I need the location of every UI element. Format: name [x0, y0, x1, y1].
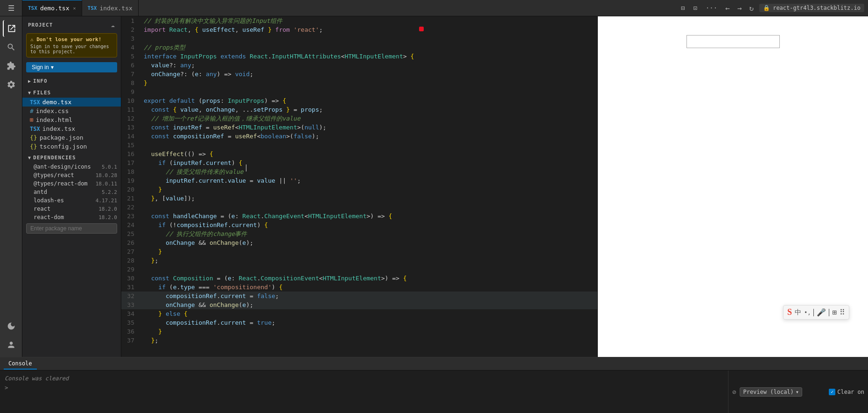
ime-s-icon: S — [787, 307, 792, 317]
warning-title: ⚠ Don't lose your work! — [30, 36, 113, 43]
dep-version: 18.2.0 — [98, 206, 117, 212]
code-line: 19 inputRef.current.value = value || ''; — [121, 176, 597, 185]
console-tab[interactable]: Console — [4, 358, 37, 370]
info-section-title[interactable]: ▶ INFO — [22, 74, 121, 86]
dep-name: antd — [34, 189, 47, 195]
ime-toolbar: S 中 •, 🎤 ⊞ ⠿ — [783, 305, 849, 320]
top-bar: ☰ TSX demo.tsx ✕ TSX index.tsx ⊟ ⊡ ··· ←… — [0, 0, 868, 16]
search-icon[interactable] — [3, 39, 20, 56]
code-line: 23 const handleChange = (e: React.Change… — [121, 212, 597, 221]
console-body: Console was cleared > ⊘ Preview (local) … — [0, 370, 868, 413]
warning-box: ⚠ Don't lose your work! Sign in to save … — [26, 33, 117, 57]
file-item-index-html[interactable]: ⊞ index.html — [22, 115, 121, 124]
file-item-index-css[interactable]: # index.css — [22, 107, 121, 115]
code-line: 30 const Composition = (e: React.Composi… — [121, 274, 597, 283]
code-line: 35 compositionRef.current = true; — [121, 318, 597, 327]
dep-types-react-dom[interactable]: @types/react-dom 18.0.11 — [22, 179, 121, 188]
sign-in-button[interactable]: Sign in ▾ — [26, 62, 117, 72]
file-name-tsconfig: tsconfig.json — [40, 143, 87, 150]
code-line: 24 if (!compositionRef.current) { — [121, 221, 597, 229]
code-line: 8 } — [121, 78, 597, 87]
dep-version: 5.0.1 — [102, 164, 117, 170]
tab-index-tsx[interactable]: TSX index.tsx — [82, 0, 139, 16]
preview-label: Preview (local) — [743, 389, 793, 395]
nav-back-button[interactable]: ← — [723, 3, 732, 14]
dep-name: react — [34, 206, 50, 212]
sidebar-header: PROJECT ☁ — [22, 16, 121, 30]
account-icon[interactable] — [3, 336, 20, 353]
files-chevron: ▼ — [28, 90, 31, 95]
dep-name: react-dom — [34, 214, 64, 221]
code-line: 6 value?: any; — [121, 61, 597, 70]
refresh-button[interactable]: ↻ — [748, 3, 756, 14]
code-line: 4 // props类型 — [121, 43, 597, 52]
file-item-index-tsx[interactable]: TSX index.tsx — [22, 124, 121, 133]
dep-version: 5.2.2 — [102, 189, 117, 195]
files-label: FILES — [33, 90, 51, 96]
pin-button[interactable]: ⊟ — [679, 3, 687, 13]
code-line: 29 — [121, 265, 597, 274]
tab-close-demo[interactable]: ✕ — [73, 6, 76, 11]
dep-antd[interactable]: antd 5.2.2 — [22, 188, 121, 196]
clear-on-checkbox[interactable]: ✓ — [829, 389, 835, 395]
project-title: PROJECT — [28, 22, 53, 28]
nav-forward-button[interactable]: → — [735, 3, 744, 14]
file-icon-css: # — [30, 107, 34, 114]
file-icon-tsx-demo: TSX — [30, 99, 40, 106]
dep-name: @types/react — [34, 172, 74, 178]
file-item-demo-tsx[interactable]: TSX demo.tsx — [22, 98, 121, 107]
file-name-html: index.html — [36, 116, 72, 123]
console-arrow[interactable]: > — [5, 384, 723, 392]
package-name-input[interactable] — [26, 223, 117, 234]
console-message: Console was cleared — [5, 373, 723, 384]
dep-lodash-es[interactable]: lodash-es 4.17.21 — [22, 196, 121, 205]
code-line: 36 } — [121, 327, 597, 336]
code-line: 20 } — [121, 185, 597, 194]
preview-pane: S 中 •, 🎤 ⊞ ⠿ — [597, 16, 868, 357]
chevron-down-icon: ▾ — [51, 64, 54, 71]
dep-react[interactable]: react 18.2.0 — [22, 205, 121, 213]
file-icon-html: ⊞ — [30, 116, 34, 123]
preview-dropdown[interactable]: Preview (local) ▾ — [740, 387, 802, 397]
code-line: 15 — [121, 141, 597, 150]
file-item-tsconfig-json[interactable]: {} tsconfig.json — [22, 142, 121, 151]
tsx-icon-2: TSX — [88, 5, 97, 11]
split-button[interactable]: ⊡ — [691, 3, 700, 13]
ime-chinese-icon: 中 — [795, 308, 801, 317]
ime-punctuation-icon: •, — [804, 309, 811, 316]
dependencies-label: DEPENDENCIES — [33, 155, 76, 161]
code-line: 26 onChange && onChange(e); — [121, 238, 597, 247]
code-area[interactable]: 1 // 封装的具有解决中文输入异常问题的Input组件 2 import Re… — [121, 16, 597, 357]
tab-label-index: index.tsx — [99, 5, 132, 12]
code-line: 7 onChange?: (e: any) => void; — [121, 70, 597, 78]
demo-input[interactable] — [686, 35, 780, 48]
explorer-icon[interactable] — [3, 20, 20, 37]
dep-name: @types/react-dom — [34, 180, 88, 187]
extensions-icon[interactable] — [3, 57, 20, 74]
file-item-package-json[interactable]: {} package.json — [22, 133, 121, 142]
code-line: 27 } — [121, 247, 597, 256]
theme-icon[interactable] — [3, 318, 20, 335]
tab-demo-tsx[interactable]: TSX demo.tsx ✕ — [22, 0, 82, 16]
code-line: 1 // 封装的具有解决中文输入异常问题的Input组件 — [121, 16, 597, 25]
code-line: 3 — [121, 34, 597, 43]
dep-name: lodash-es — [34, 197, 64, 204]
dependencies-section-title[interactable]: ▼ DEPENDENCIES — [22, 151, 121, 163]
settings-icon[interactable] — [3, 76, 20, 93]
main-layout: PROJECT ☁ ⚠ Don't lose your work! Sign i… — [0, 16, 868, 357]
dep-types-react[interactable]: @types/react 18.0.28 — [22, 171, 121, 179]
code-line: 12 // 增加一个ref记录输入框的值，继承父组件的value — [121, 114, 597, 123]
activity-sidebar — [0, 16, 22, 357]
files-section-title[interactable]: ▼ FILES — [22, 86, 121, 98]
code-line: 9 — [121, 87, 597, 96]
code-line: 34 } else { — [121, 309, 597, 318]
console-status-icon: ⊘ — [732, 388, 736, 396]
dropdown-chevron: ▾ — [796, 389, 799, 395]
menu-icon[interactable]: ☰ — [8, 4, 14, 13]
cloud-icon[interactable]: ☁ — [111, 21, 115, 28]
info-label: INFO — [33, 78, 48, 84]
dep-ant-design-icons[interactable]: @ant-design/icons 5.0.1 — [22, 163, 121, 171]
ime-mic-icon: 🎤 — [817, 308, 826, 317]
more-button[interactable]: ··· — [703, 3, 720, 13]
dep-react-dom[interactable]: react-dom 18.2.0 — [22, 213, 121, 221]
